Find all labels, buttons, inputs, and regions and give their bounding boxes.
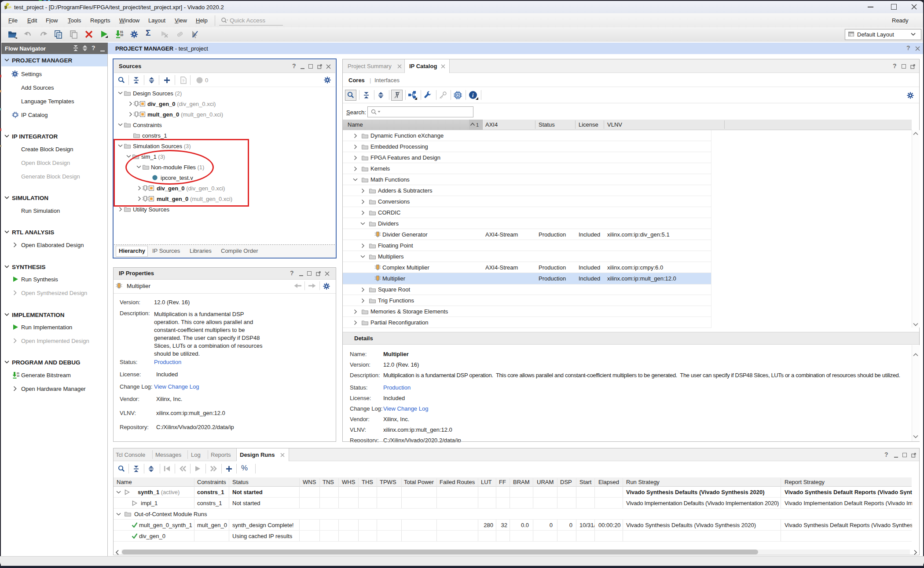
svg-text:?: ? [182, 79, 184, 83]
svg-text:01: 01 [120, 30, 124, 33]
svg-text:10: 10 [120, 33, 124, 36]
svg-text:10: 10 [17, 375, 19, 377]
